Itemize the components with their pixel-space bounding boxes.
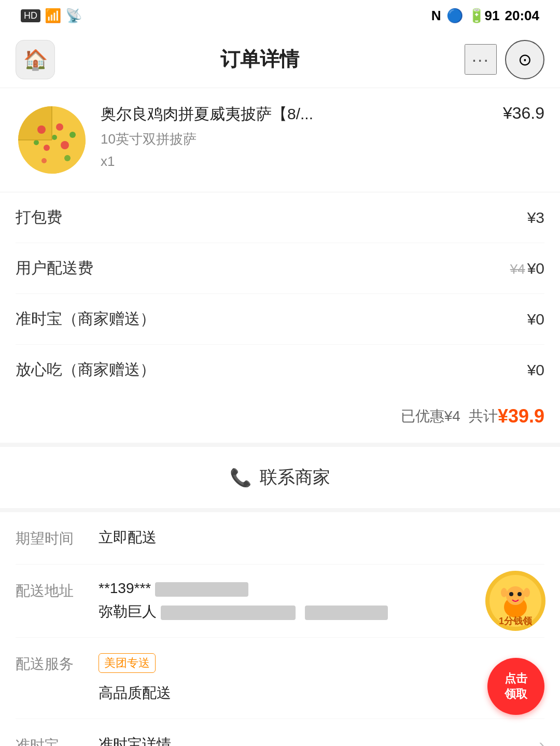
address-phone: **139*** xyxy=(99,580,544,597)
address-blurred2 xyxy=(305,606,388,620)
target-button[interactable]: ⊙ xyxy=(505,40,544,79)
svg-point-17 xyxy=(524,588,530,597)
svg-text:1分钱领: 1分钱领 xyxy=(499,616,533,626)
wifi-icon: 📡 xyxy=(65,8,82,24)
punctual-detail-link[interactable]: 准时宝详情 xyxy=(99,735,171,746)
coupon-float-button[interactable]: 1分钱领 xyxy=(484,570,547,632)
safe-value: ¥0 xyxy=(527,361,544,379)
info-row-address: 配送地址 **139*** 弥勒巨人 xyxy=(16,565,544,638)
claim-float-button[interactable]: 点击 领取 xyxy=(487,658,544,715)
time-display: 20:04 xyxy=(505,8,540,24)
info-row-punctual: 准时宝 准时宝详情 › xyxy=(16,719,544,746)
info-row-time: 期望时间 立即配送 xyxy=(16,512,544,565)
svg-point-3 xyxy=(44,145,50,151)
battery-icon: 🔋91 xyxy=(468,8,500,24)
status-bar: HD 📶 📡 N 🔵 🔋91 20:04 xyxy=(0,0,560,31)
time-label: 期望时间 xyxy=(16,528,99,548)
punctual-value: ¥0 xyxy=(527,311,544,328)
product-info: 奥尔良鸡肉拼夏威夷披萨【8/... 10英寸双拼披萨 x1 xyxy=(101,104,491,170)
contact-section[interactable]: 📞 联系商家 xyxy=(0,447,560,512)
address-value: **139*** 弥勒巨人 xyxy=(99,580,544,622)
svg-point-4 xyxy=(61,141,69,149)
nav-actions: ··· ⊙ xyxy=(465,40,544,79)
meituan-tag: 美团专送 xyxy=(99,653,156,673)
delivery-value: ¥4¥0 xyxy=(510,260,544,277)
product-image xyxy=(16,104,88,176)
fee-row-delivery: 用户配送费 ¥4¥0 xyxy=(16,243,544,294)
safe-label: 放心吃（商家赠送） xyxy=(16,359,156,381)
svg-point-13 xyxy=(506,586,525,605)
bluetooth-icon: 🔵 xyxy=(446,8,463,24)
svg-point-7 xyxy=(69,132,76,138)
delivery-label: 用户配送费 xyxy=(16,258,93,279)
svg-point-8 xyxy=(41,158,47,163)
svg-point-6 xyxy=(52,135,57,140)
product-name: 奥尔良鸡肉拼夏威夷披萨【8/... xyxy=(101,104,491,125)
fee-row-safe: 放心吃（商家赠送） ¥0 xyxy=(16,345,544,395)
nav-bar: 🏠 订单详情 ··· ⊙ xyxy=(0,31,560,88)
product-spec: 10英寸双拼披萨 xyxy=(101,130,491,148)
svg-point-15 xyxy=(517,592,522,596)
status-right: N 🔵 🔋91 20:04 xyxy=(431,8,539,24)
address-detail: 弥勒巨人 xyxy=(99,602,544,622)
delivery-strike: ¥4 xyxy=(510,261,525,277)
home-icon: 🏠 xyxy=(23,48,48,71)
info-row-service: 配送服务 美团专送 高品质配送 xyxy=(16,638,544,719)
total-row: 已优惠¥4 共计 ¥39.9 xyxy=(0,395,560,447)
punctual-label: 准时宝（商家赠送） xyxy=(16,308,156,330)
target-icon: ⊙ xyxy=(518,50,532,69)
svg-point-16 xyxy=(501,588,507,597)
hd-badge: HD xyxy=(21,9,40,22)
svg-point-1 xyxy=(37,125,46,134)
total-label: 共计 xyxy=(469,406,498,426)
packaging-label: 打包费 xyxy=(16,207,62,228)
service-tag-row: 美团专送 xyxy=(99,653,544,678)
product-qty: x1 xyxy=(101,153,491,170)
status-left: HD 📶 📡 xyxy=(21,8,82,24)
address-blurred1 xyxy=(161,606,296,620)
signal-icon: 📶 xyxy=(45,8,61,24)
fee-row-punctual: 准时宝（商家赠送） ¥0 xyxy=(16,294,544,345)
punctual-info-value: 准时宝详情 › xyxy=(99,735,544,746)
product-section: 奥尔良鸡肉拼夏威夷披萨【8/... 10英寸双拼披萨 x1 ¥36.9 xyxy=(0,88,560,192)
service-value: 美团专送 高品质配送 xyxy=(99,653,544,703)
claim-line1: 点击 xyxy=(505,671,527,686)
fee-row-packaging: 打包费 ¥3 xyxy=(16,192,544,243)
claim-line2: 领取 xyxy=(505,686,527,702)
more-icon: ··· xyxy=(472,49,489,69)
phone-icon: 📞 xyxy=(230,467,251,488)
discount-text: 已优惠¥4 xyxy=(401,406,460,426)
info-section: 期望时间 立即配送 配送地址 **139*** 弥勒巨人 配送服务 美团专送 高… xyxy=(0,512,560,746)
contact-label: 联系商家 xyxy=(260,466,330,489)
home-button[interactable]: 🏠 xyxy=(16,40,55,79)
time-value: 立即配送 xyxy=(99,528,544,547)
address-label: 配送地址 xyxy=(16,580,99,601)
more-button[interactable]: ··· xyxy=(465,44,497,75)
chevron-right-icon: › xyxy=(539,735,544,747)
service-desc: 高品质配送 xyxy=(99,683,544,703)
svg-point-2 xyxy=(56,123,63,131)
punctual-info-label: 准时宝 xyxy=(16,735,99,746)
svg-point-14 xyxy=(509,592,513,596)
page-title: 订单详情 xyxy=(220,46,299,73)
svg-point-9 xyxy=(64,155,71,161)
packaging-value: ¥3 xyxy=(527,209,544,227)
product-price: ¥36.9 xyxy=(503,104,544,123)
service-label: 配送服务 xyxy=(16,653,99,674)
fee-section: 打包费 ¥3 用户配送费 ¥4¥0 准时宝（商家赠送） ¥0 放心吃（商家赠送）… xyxy=(0,192,560,395)
svg-point-5 xyxy=(34,140,39,145)
nfc-icon: N xyxy=(431,8,441,24)
total-amount: ¥39.9 xyxy=(498,405,544,427)
